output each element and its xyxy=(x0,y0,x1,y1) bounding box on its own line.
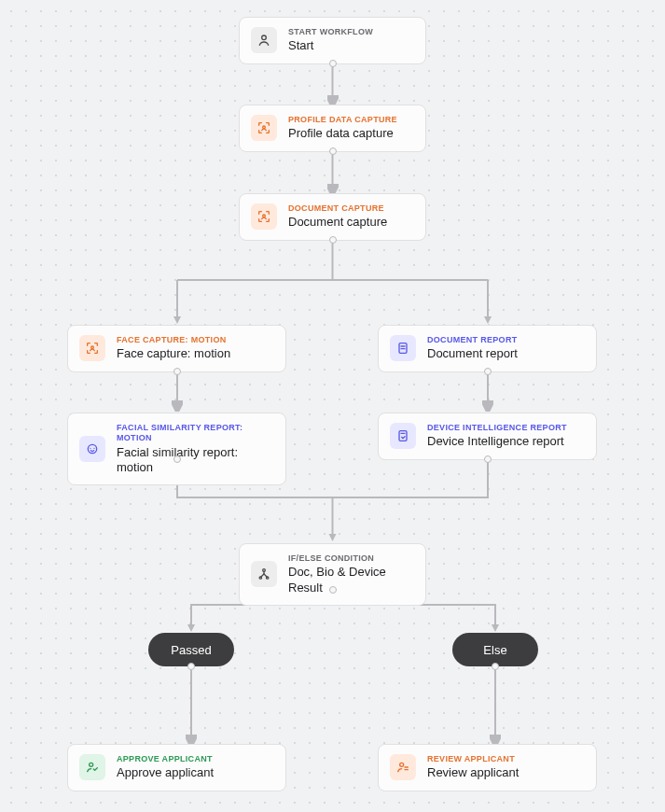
node-overline: DOCUMENT CAPTURE xyxy=(288,203,387,214)
node-title: Doc, Bio & Device Result xyxy=(288,565,414,595)
svg-marker-6 xyxy=(329,534,337,541)
node-overline: DEVICE INTELLIGENCE REPORT xyxy=(427,423,567,433)
capture-icon xyxy=(251,115,277,141)
node-if-else-condition[interactable]: IF/ELSE CONDITION Doc, Bio & Device Resu… xyxy=(239,543,426,606)
user-review-icon xyxy=(390,754,416,780)
svg-point-14 xyxy=(91,346,94,349)
node-profile-data-capture[interactable]: PROFILE DATA CAPTURE Profile data captur… xyxy=(239,105,426,152)
document-icon xyxy=(390,335,416,361)
port xyxy=(484,455,492,463)
workflow-canvas: START WORKFLOW Start PROFILE DATA CAPTUR… xyxy=(0,0,665,812)
device-icon xyxy=(390,423,416,449)
user-check-icon xyxy=(79,754,105,780)
face-scan-icon xyxy=(79,436,105,462)
node-document-report[interactable]: DOCUMENT REPORT Document report xyxy=(378,325,597,372)
node-title: Profile data capture xyxy=(288,126,397,141)
svg-point-12 xyxy=(263,126,266,129)
branch-icon xyxy=(251,561,277,587)
svg-point-11 xyxy=(262,35,267,40)
node-title: Facial similarity report: motion xyxy=(117,445,274,476)
port xyxy=(173,455,181,463)
port xyxy=(173,368,181,375)
svg-point-18 xyxy=(88,444,96,453)
node-start-workflow[interactable]: START WORKFLOW Start xyxy=(239,17,426,64)
node-review-applicant[interactable]: REVIEW APPLICANT Review applicant xyxy=(378,744,597,791)
node-overline: APPROVE APPLICANT xyxy=(117,754,214,764)
node-overline: DOCUMENT REPORT xyxy=(427,335,518,345)
port xyxy=(329,236,337,244)
svg-marker-3 xyxy=(484,316,492,324)
capture-icon xyxy=(79,335,105,361)
node-device-intelligence-report[interactable]: DEVICE INTELLIGENCE REPORT Device Intell… xyxy=(378,413,597,460)
node-overline: IF/ELSE CONDITION xyxy=(288,553,414,564)
svg-point-22 xyxy=(259,577,261,579)
port xyxy=(484,368,492,375)
svg-marker-8 xyxy=(492,624,499,632)
capture-icon xyxy=(251,203,277,230)
port xyxy=(329,147,337,155)
port xyxy=(329,586,337,594)
node-overline: REVIEW APPLICANT xyxy=(427,754,519,764)
node-overline: START WORKFLOW xyxy=(288,27,373,37)
node-face-capture-motion[interactable]: FACE CAPTURE: MOTION Face capture: motio… xyxy=(67,325,286,372)
branch-passed-pill[interactable]: Passed xyxy=(148,633,234,666)
node-title: Document report xyxy=(427,346,518,361)
svg-point-24 xyxy=(90,763,93,767)
svg-point-13 xyxy=(263,215,266,217)
node-title: Face capture: motion xyxy=(117,346,230,361)
svg-rect-19 xyxy=(399,431,407,441)
pill-label: Else xyxy=(483,643,506,657)
port xyxy=(492,663,499,670)
node-facial-similarity-report[interactable]: FACIAL SIMILARITY REPORT: MOTION Facial … xyxy=(67,413,286,485)
branch-else-pill[interactable]: Else xyxy=(452,633,538,666)
port xyxy=(187,663,195,670)
svg-marker-2 xyxy=(173,316,181,324)
svg-point-23 xyxy=(266,577,268,579)
node-overline: FACIAL SIMILARITY REPORT: MOTION xyxy=(117,423,274,444)
port xyxy=(329,60,337,67)
node-title: Review applicant xyxy=(427,765,519,780)
node-overline: PROFILE DATA CAPTURE xyxy=(288,115,397,125)
node-approve-applicant[interactable]: APPROVE APPLICANT Approve applicant xyxy=(67,744,286,791)
node-title: Device Intelligence report xyxy=(427,434,567,449)
svg-marker-7 xyxy=(187,624,195,632)
pill-label: Passed xyxy=(171,643,211,657)
node-document-capture[interactable]: DOCUMENT CAPTURE Document capture xyxy=(239,193,426,241)
node-overline: FACE CAPTURE: MOTION xyxy=(117,335,230,345)
svg-point-25 xyxy=(400,763,404,767)
node-title: Start xyxy=(288,38,373,53)
node-title: Approve applicant xyxy=(117,765,214,780)
user-icon xyxy=(251,27,277,53)
node-title: Document capture xyxy=(288,215,387,230)
